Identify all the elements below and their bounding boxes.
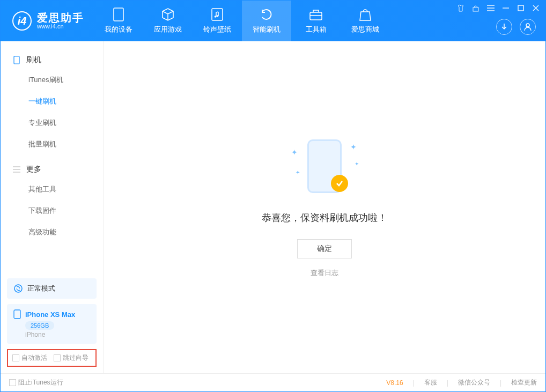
svg-rect-1 <box>212 9 223 20</box>
mode-card[interactable]: 正常模式 <box>7 278 97 299</box>
success-illustration: ✦ ✦ ✦ ✦ <box>303 137 346 196</box>
cube-icon <box>161 8 175 21</box>
sidebar-item-download-fw[interactable]: 下载固件 <box>1 200 103 221</box>
device-name: iPhone XS Max <box>25 310 75 319</box>
nav-toolbox[interactable]: 工具箱 <box>291 1 341 41</box>
svg-point-2 <box>215 16 217 18</box>
bag-icon <box>358 8 372 21</box>
highlighted-options: 自动激活 跳过向导 <box>7 349 97 367</box>
check-icon <box>331 175 348 192</box>
checkbox-auto-activate[interactable]: 自动激活 <box>12 353 47 363</box>
header-right <box>496 19 536 35</box>
svg-rect-10 <box>14 310 20 319</box>
sidebar-item-batch[interactable]: 批量刷机 <box>1 134 103 155</box>
nav-flash[interactable]: 智能刷机 <box>242 1 291 41</box>
menu-icon[interactable] <box>486 4 495 12</box>
minimize-icon[interactable] <box>501 4 510 12</box>
toolbox-icon <box>309 8 323 21</box>
phone-icon <box>12 56 21 64</box>
success-message: 恭喜您，保资料刷机成功啦！ <box>262 211 387 224</box>
refresh-shield-icon <box>260 8 274 21</box>
app-url: www.i4.cn <box>37 23 84 29</box>
mode-label: 正常模式 <box>27 284 55 293</box>
list-icon <box>12 165 21 174</box>
svg-rect-6 <box>518 5 523 11</box>
svg-point-9 <box>14 285 22 292</box>
main-content: ✦ ✦ ✦ ✦ 恭喜您，保资料刷机成功啦！ 确定 查看日志 <box>104 41 545 373</box>
version-label: V8.16 <box>386 379 403 387</box>
svg-rect-8 <box>14 56 19 64</box>
nav-ringtones[interactable]: 铃声壁纸 <box>193 1 242 41</box>
lock-icon[interactable] <box>471 4 480 12</box>
sync-icon <box>13 284 23 293</box>
sidebar-item-itunes[interactable]: iTunes刷机 <box>1 69 103 91</box>
footer: 阻止iTunes运行 V8.16 | 客服 | 微信公众号 | 检查更新 <box>1 373 545 391</box>
window-controls <box>456 4 540 12</box>
music-icon <box>210 8 224 21</box>
device-type: iPhone <box>25 331 90 338</box>
svg-rect-0 <box>114 8 123 21</box>
sidebar-item-oneclick[interactable]: 一键刷机 <box>1 91 103 112</box>
sidebar-group-flash: 刷机 <box>1 51 103 69</box>
header: i4 爱思助手 www.i4.cn 我的设备 应用游戏 铃声壁纸 智能刷机 工具… <box>1 1 545 41</box>
footer-wechat[interactable]: 微信公众号 <box>458 378 490 387</box>
footer-service[interactable]: 客服 <box>424 378 437 387</box>
nav-my-device[interactable]: 我的设备 <box>94 1 143 41</box>
close-icon[interactable] <box>532 4 540 12</box>
device-icon <box>13 309 21 319</box>
sidebar: 刷机 iTunes刷机 一键刷机 专业刷机 批量刷机 更多 其他工具 下载固件 … <box>1 41 104 373</box>
top-nav: 我的设备 应用游戏 铃声壁纸 智能刷机 工具箱 爱思商城 <box>94 1 390 41</box>
shirt-icon[interactable] <box>456 4 465 12</box>
sidebar-item-other-tools[interactable]: 其他工具 <box>1 179 103 200</box>
logo-icon: i4 <box>12 11 32 31</box>
device-storage: 256GB <box>25 321 54 330</box>
maximize-icon[interactable] <box>517 4 525 12</box>
svg-rect-5 <box>473 8 478 11</box>
sidebar-item-advanced[interactable]: 高级功能 <box>1 221 103 243</box>
svg-rect-4 <box>310 12 322 20</box>
app-name: 爱思助手 <box>37 12 84 23</box>
footer-update[interactable]: 检查更新 <box>511 378 537 387</box>
svg-point-7 <box>526 24 529 27</box>
nav-apps-games[interactable]: 应用游戏 <box>143 1 193 41</box>
logo: i4 爱思助手 www.i4.cn <box>1 11 94 31</box>
nav-store[interactable]: 爱思商城 <box>341 1 390 41</box>
device-icon <box>112 8 126 21</box>
checkbox-skip-guide[interactable]: 跳过向导 <box>54 353 88 363</box>
svg-point-3 <box>217 15 219 17</box>
sidebar-group-more: 更多 <box>1 160 103 179</box>
download-button[interactable] <box>496 19 512 35</box>
view-log-link[interactable]: 查看日志 <box>311 268 338 278</box>
user-button[interactable] <box>520 19 536 35</box>
device-card[interactable]: iPhone XS Max 256GB iPhone <box>7 304 97 344</box>
checkbox-block-itunes[interactable]: 阻止iTunes运行 <box>9 378 63 387</box>
ok-button[interactable]: 确定 <box>297 239 352 258</box>
sidebar-item-pro[interactable]: 专业刷机 <box>1 112 103 134</box>
